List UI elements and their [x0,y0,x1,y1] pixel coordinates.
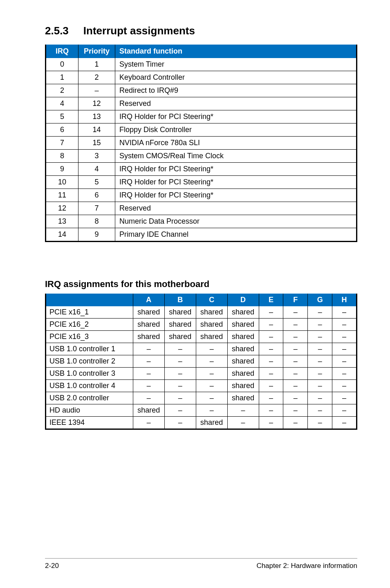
assign-cell: – [283,380,308,392]
priority-cell: 3 [78,150,115,163]
assign-heading: IRQ assignments for this motherboard [45,279,357,290]
assign-cell: shared [227,380,259,392]
table-row: PCIE x16_1sharedsharedsharedshared–––– [46,306,357,319]
assign-cell: shared [133,404,164,417]
device-name-cell: PCIE x16_3 [46,331,133,343]
irq-table: IRQ Priority Standard function 01System … [45,45,357,242]
priority-cell: – [78,84,115,97]
assign-header-col: H [332,294,357,306]
assign-cell: shared [196,417,227,429]
assign-cell: shared [227,355,259,368]
assign-cell: – [308,392,332,404]
page-footer: 2-20 Chapter 2: Hardware information [45,558,357,570]
function-cell: IRQ Holder for PCI Steering* [115,189,357,202]
device-name-cell: PCIE x16_2 [46,319,133,331]
assign-cell: – [332,306,357,319]
assign-cell: – [259,355,283,368]
function-cell: IRQ Holder for PCI Steering* [115,163,357,176]
assign-cell: – [164,392,196,404]
table-row: 94IRQ Holder for PCI Steering* [46,163,357,176]
function-cell: System Timer [115,58,357,71]
assign-cell: shared [164,319,196,331]
priority-cell: 12 [78,97,115,110]
table-row: HD audioshared––––––– [46,404,357,417]
assign-cell: – [308,368,332,380]
table-row: 12Keyboard Controller [46,71,357,84]
irq-cell: 11 [46,189,78,202]
assign-cell: – [196,392,227,404]
assign-header-col: B [164,294,196,306]
assign-cell: – [332,355,357,368]
assign-cell: – [283,417,308,429]
assign-cell: – [332,417,357,429]
assign-cell: – [308,404,332,417]
assign-cell: – [283,343,308,355]
device-name-cell: PCIE x16_1 [46,306,133,319]
irq-cell: 2 [46,84,78,97]
table-row: 412Reserved [46,97,357,110]
device-name-cell: USB 2.0 controller [46,392,133,404]
assign-cell: shared [227,331,259,343]
assign-cell: – [133,417,164,429]
priority-cell: 4 [78,163,115,176]
assign-cell: – [133,343,164,355]
assign-table: ABCDEFGH PCIE x16_1sharedsharedsharedsha… [45,294,357,430]
table-row: 127Reserved [46,202,357,215]
priority-cell: 6 [78,189,115,202]
function-cell: IRQ Holder for PCI Steering* [115,176,357,189]
assign-cell: – [332,392,357,404]
assign-cell: – [133,392,164,404]
assign-cell: – [164,355,196,368]
assign-cell: – [283,355,308,368]
assign-header-blank [46,294,133,306]
table-row: USB 1.0 controller 3–––shared–––– [46,368,357,380]
irq-cell: 0 [46,58,78,71]
assign-cell: – [283,392,308,404]
priority-cell: 1 [78,58,115,71]
assign-cell: – [259,368,283,380]
assign-cell: – [259,392,283,404]
assign-cell: – [133,368,164,380]
assign-cell: – [308,355,332,368]
assign-cell: – [283,404,308,417]
assign-header-col: D [227,294,259,306]
table-row: 2–Redirect to IRQ#9 [46,84,357,97]
assign-cell: – [133,380,164,392]
assign-header-col: G [308,294,332,306]
assign-cell: – [283,331,308,343]
priority-cell: 9 [78,228,115,242]
table-row: 83System CMOS/Real Time Clock [46,150,357,163]
table-row: PCIE x16_2sharedsharedsharedshared–––– [46,319,357,331]
assign-cell: shared [133,306,164,319]
function-cell: Numeric Data Processor [115,215,357,228]
function-cell: Redirect to IRQ#9 [115,84,357,97]
assign-cell: – [164,380,196,392]
assign-cell: shared [196,319,227,331]
table-row: USB 1.0 controller 4–––shared–––– [46,380,357,392]
function-cell: Keyboard Controller [115,71,357,84]
irq-cell: 7 [46,137,78,150]
irq-cell: 6 [46,123,78,137]
priority-cell: 5 [78,176,115,189]
assign-cell: – [283,368,308,380]
function-cell: Primary IDE Channel [115,228,357,242]
assign-cell: – [196,404,227,417]
assign-cell: – [308,380,332,392]
section-number: 2.5.3 [45,25,69,37]
table-row: 614Floppy Disk Controller [46,123,357,137]
assign-cell: – [196,355,227,368]
table-row: 116IRQ Holder for PCI Steering* [46,189,357,202]
assign-cell: shared [133,319,164,331]
table-row: USB 1.0 controller 2–––shared–––– [46,355,357,368]
irq-header-function: Standard function [115,45,357,58]
table-row: USB 1.0 controller 1–––shared–––– [46,343,357,355]
irq-cell: 13 [46,215,78,228]
assign-cell: – [332,331,357,343]
irq-cell: 8 [46,150,78,163]
priority-cell: 15 [78,137,115,150]
irq-cell: 4 [46,97,78,110]
table-row: 105IRQ Holder for PCI Steering* [46,176,357,189]
function-cell: System CMOS/Real Time Clock [115,150,357,163]
assign-cell: – [332,380,357,392]
assign-cell: – [332,343,357,355]
